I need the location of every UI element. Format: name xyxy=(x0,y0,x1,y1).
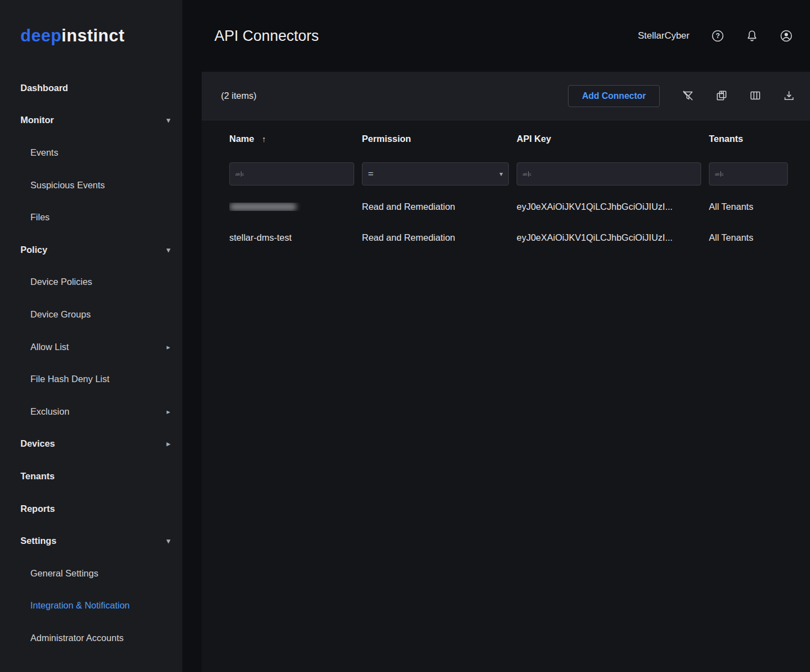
text-filter-icon: abc xyxy=(715,170,724,178)
tenants-filter-input[interactable] xyxy=(728,170,782,179)
svg-text:ab: ab xyxy=(715,172,719,177)
svg-text:c: c xyxy=(529,172,532,177)
tenants-filter[interactable]: abc xyxy=(709,162,788,186)
sidebar-item-label: Device Groups xyxy=(30,309,91,320)
text-filter-icon: abc xyxy=(523,170,532,178)
name-filter-input[interactable] xyxy=(248,170,348,179)
sidebar-item-monitor[interactable]: Monitor▾ xyxy=(0,104,182,137)
account-avatar-icon[interactable] xyxy=(779,29,793,43)
cell-permission: Read and Remediation xyxy=(362,232,517,243)
sidebar-item-allow-list[interactable]: Allow List▸ xyxy=(0,331,182,363)
equals-operator-icon: = xyxy=(368,168,374,179)
cell-name xyxy=(229,203,362,211)
chevron-right-icon: ▸ xyxy=(166,440,170,447)
account-name: StellarCyber xyxy=(638,30,690,41)
sidebar-item-label: Device Policies xyxy=(30,277,92,287)
chevron-down-icon: ▾ xyxy=(499,170,503,178)
add-connector-button[interactable]: Add Connector xyxy=(568,85,660,107)
text-filter-icon: abc xyxy=(235,170,245,178)
clear-filters-icon[interactable] xyxy=(681,89,695,103)
column-header-permission[interactable]: Permission xyxy=(362,134,517,144)
cell-tenants: All Tenants xyxy=(709,202,796,212)
sidebar-item-administrator-accounts[interactable]: Administrator Accounts xyxy=(0,622,182,654)
table-header-row: Name↑ Permission API Key Tenants xyxy=(202,120,810,157)
column-label: Tenants xyxy=(709,134,743,144)
sidebar-item-files[interactable]: Files xyxy=(0,201,182,234)
page-title: API Connectors xyxy=(214,28,319,45)
sidebar-item-label: File Hash Deny List xyxy=(30,374,109,384)
sidebar-item-device-groups[interactable]: Device Groups xyxy=(0,298,182,331)
chevron-down-icon: ▾ xyxy=(166,246,170,253)
sidebar-item-general-settings[interactable]: General Settings xyxy=(0,557,182,590)
cell-tenants: All Tenants xyxy=(709,232,796,243)
sidebar-item-exclusion[interactable]: Exclusion▸ xyxy=(0,395,182,428)
logo-part-2: instinct xyxy=(61,26,124,46)
sidebar-item-policy[interactable]: Policy▾ xyxy=(0,234,182,266)
column-label: Permission xyxy=(362,134,411,144)
header-right-cluster: StellarCyber ? xyxy=(638,29,793,43)
sidebar-item-dashboard[interactable]: Dashboard xyxy=(0,72,182,104)
sidebar-item-label: Settings xyxy=(20,536,56,546)
api-key-filter[interactable]: abc xyxy=(517,162,701,186)
sidebar-item-events[interactable]: Events xyxy=(0,136,182,169)
sidebar-item-tenants[interactable]: Tenants xyxy=(0,460,182,493)
sidebar-item-label: Events xyxy=(30,147,58,158)
toolbar-actions: Add Connector xyxy=(568,85,796,107)
connectors-panel: (2 items) Add Connector Name↑ xyxy=(202,72,810,672)
sidebar-item-label: Integration & Notification xyxy=(30,600,130,611)
sidebar-item-label: Allow List xyxy=(30,342,69,352)
permission-filter-dropdown[interactable]: = ▾ xyxy=(362,162,509,186)
deepinstinct-logo: deepinstinct xyxy=(0,0,182,72)
chevron-down-icon: ▾ xyxy=(166,117,170,124)
column-header-name[interactable]: Name↑ xyxy=(229,134,362,144)
help-icon[interactable]: ? xyxy=(711,29,725,43)
connectors-table: Name↑ Permission API Key Tenants abc = ▾… xyxy=(202,120,810,253)
columns-icon[interactable] xyxy=(749,89,762,103)
sidebar-item-label: Exclusion xyxy=(30,406,70,417)
chevron-down-icon: ▾ xyxy=(166,537,170,544)
sidebar-item-integration-notification[interactable]: Integration & Notification xyxy=(0,590,182,622)
api-key-filter-input[interactable] xyxy=(535,170,695,179)
chevron-right-icon: ▸ xyxy=(166,343,170,351)
redacted-name xyxy=(229,203,297,211)
cell-api-key: eyJ0eXAiOiJKV1QiLCJhbGciOiJIUzI... xyxy=(517,202,709,212)
sidebar: deepinstinct Dashboard Monitor▾ Events S… xyxy=(0,0,182,672)
saved-views-icon[interactable] xyxy=(715,89,728,103)
table-row[interactable]: stellar-dms-test Read and Remediation ey… xyxy=(202,222,810,253)
column-label: Name xyxy=(229,134,254,144)
sidebar-item-label: Administrator Accounts xyxy=(30,633,124,643)
download-icon[interactable] xyxy=(782,89,796,103)
sidebar-item-settings[interactable]: Settings▾ xyxy=(0,525,182,557)
svg-text:ab: ab xyxy=(235,172,240,177)
name-filter[interactable]: abc xyxy=(229,162,354,186)
sidebar-item-devices[interactable]: Devices▸ xyxy=(0,428,182,461)
items-count: (2 items) xyxy=(221,91,256,101)
sidebar-item-label: Policy xyxy=(20,245,48,255)
sidebar-item-label: Files xyxy=(30,212,50,223)
cell-name: stellar-dms-test xyxy=(229,232,362,243)
sidebar-item-label: Suspicious Events xyxy=(30,180,105,191)
column-header-tenants[interactable]: Tenants xyxy=(709,134,796,144)
svg-text:c: c xyxy=(242,172,244,177)
sort-ascending-icon: ↑ xyxy=(262,134,266,144)
sidebar-item-label: Tenants xyxy=(20,471,55,481)
sidebar-item-device-policies[interactable]: Device Policies xyxy=(0,266,182,299)
svg-text:?: ? xyxy=(716,32,720,40)
sidebar-item-file-hash-deny-list[interactable]: File Hash Deny List xyxy=(0,363,182,395)
main-area: API Connectors StellarCyber ? (2 items) … xyxy=(182,0,810,672)
svg-text:ab: ab xyxy=(523,172,527,177)
svg-text:c: c xyxy=(722,172,724,177)
chevron-right-icon: ▸ xyxy=(166,408,170,415)
sidebar-nav: Dashboard Monitor▾ Events Suspicious Eve… xyxy=(0,72,182,672)
sidebar-item-suspicious-events[interactable]: Suspicious Events xyxy=(0,169,182,202)
logo-part-1: deep xyxy=(20,26,61,46)
grid-toolbar: (2 items) Add Connector xyxy=(202,72,810,120)
table-row[interactable]: Read and Remediation eyJ0eXAiOiJKV1QiLCJ… xyxy=(202,191,810,222)
sidebar-item-reports[interactable]: Reports xyxy=(0,493,182,525)
table-filter-row: abc = ▾ abc abc xyxy=(202,157,810,191)
column-header-api-key[interactable]: API Key xyxy=(517,134,709,144)
sidebar-item-label: Reports xyxy=(20,504,55,514)
notifications-bell-icon[interactable] xyxy=(745,29,759,43)
cell-permission: Read and Remediation xyxy=(362,202,517,212)
sidebar-item-label: Monitor xyxy=(20,115,54,125)
